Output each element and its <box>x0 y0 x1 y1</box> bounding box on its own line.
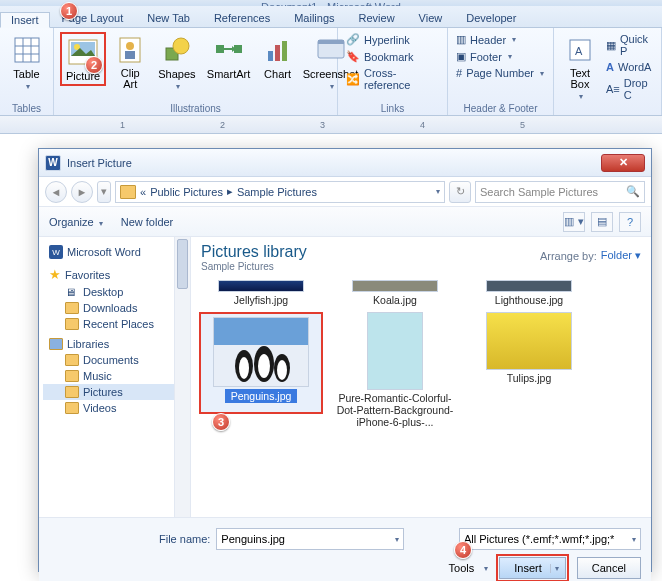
file-tulips[interactable]: Tulips.jpg <box>467 312 591 428</box>
footer-button[interactable]: ▣Footer▾ <box>454 49 514 64</box>
search-input[interactable]: Search Sample Pictures 🔍 <box>475 181 645 203</box>
folder-icon <box>65 318 79 330</box>
tools-menu[interactable]: Tools <box>449 562 475 574</box>
insert-button[interactable]: Insert▾ <box>499 557 566 579</box>
history-dropdown[interactable]: ▾ <box>97 181 111 203</box>
nav-msword[interactable]: WMicrosoft Word <box>43 243 186 261</box>
svg-text:A: A <box>575 45 583 57</box>
breadcrumb[interactable]: Public Pictures <box>150 186 223 198</box>
insert-picture-dialog: W Insert Picture ✕ ◄ ► ▾ « Public Pictur… <box>38 148 652 572</box>
forward-button[interactable]: ► <box>71 181 93 203</box>
word-icon: W <box>45 155 61 171</box>
nav-pane: WMicrosoft Word ★Favorites 🖥Desktop Down… <box>39 237 191 517</box>
clipart-button[interactable]: Clip Art <box>110 32 150 92</box>
folder-icon <box>65 370 79 382</box>
chevron-down-icon: ▾ <box>26 82 30 91</box>
pagenumber-button[interactable]: #Page Number▾ <box>454 66 546 80</box>
smartart-button[interactable]: SmartArt <box>204 32 254 82</box>
tab-references[interactable]: References <box>202 9 282 27</box>
filename-input[interactable]: Penguins.jpg▾ <box>216 528 404 550</box>
cancel-button[interactable]: Cancel <box>577 557 641 579</box>
dialog-bottom: File name: Penguins.jpg▾ All Pictures (*… <box>39 517 651 581</box>
file-lighthouse[interactable]: Lighthouse.jpg <box>467 280 591 306</box>
svg-rect-13 <box>216 45 224 53</box>
breadcrumb[interactable]: Sample Pictures <box>237 186 317 198</box>
bookmark-icon: 🔖 <box>346 50 360 63</box>
dialog-nav-row: ◄ ► ▾ « Public Pictures ▸ Sample Picture… <box>39 177 651 207</box>
close-button[interactable]: ✕ <box>601 154 645 172</box>
textbox-button[interactable]: A Text Box▾ <box>560 32 600 103</box>
preview-pane-button[interactable]: ▤ <box>591 212 613 232</box>
nav-documents[interactable]: Documents <box>43 352 186 368</box>
callout-3: 3 <box>212 413 230 431</box>
dropcap-button[interactable]: A≡Drop C <box>604 76 655 102</box>
filetype-dropdown[interactable]: All Pictures (*.emf;*.wmf;*.jpg;*▾ <box>459 528 641 550</box>
svg-rect-16 <box>268 51 273 61</box>
shapes-button[interactable]: Shapes▾ <box>154 32 199 93</box>
filename-label: File name: <box>159 533 210 545</box>
nav-downloads[interactable]: Downloads <box>43 300 186 316</box>
view-mode-button[interactable]: ▥ ▾ <box>563 212 585 232</box>
nav-desktop[interactable]: 🖥Desktop <box>43 284 186 300</box>
nav-recent[interactable]: Recent Places <box>43 316 186 332</box>
wordart-icon: A <box>606 61 614 73</box>
organize-menu[interactable]: Organize ▾ <box>49 216 103 228</box>
nav-music[interactable]: Music <box>43 368 186 384</box>
table-button[interactable]: Table▾ <box>6 32 47 93</box>
hyperlink-button[interactable]: 🔗Hyperlink <box>344 32 412 47</box>
file-pure-romantic[interactable]: Pure-Romantic-Colorful-Dot-Pattern-Backg… <box>333 312 457 428</box>
svg-rect-10 <box>125 51 135 59</box>
hyperlink-icon: 🔗 <box>346 33 360 46</box>
library-title: Pictures library <box>201 243 307 261</box>
address-bar[interactable]: « Public Pictures ▸ Sample Pictures ▾ <box>115 181 445 203</box>
star-icon: ★ <box>49 267 61 282</box>
crossref-button[interactable]: 🔀Cross-reference <box>344 66 441 92</box>
chart-icon <box>262 34 294 66</box>
navpane-scrollbar[interactable] <box>174 237 190 517</box>
tab-insert[interactable]: Insert <box>0 12 50 28</box>
nav-libraries[interactable]: Libraries <box>43 336 186 352</box>
arrange-by-dropdown[interactable]: Folder ▾ <box>601 249 641 262</box>
svg-point-26 <box>258 354 270 378</box>
folder-icon <box>65 302 79 314</box>
nav-pictures[interactable]: Pictures <box>43 384 186 400</box>
tab-mailings[interactable]: Mailings <box>282 9 346 27</box>
tab-view[interactable]: View <box>407 9 455 27</box>
svg-point-24 <box>239 357 249 379</box>
dialog-title: Insert Picture <box>67 157 132 169</box>
dialog-titlebar[interactable]: W Insert Picture ✕ <box>39 149 651 177</box>
smartart-icon <box>213 34 245 66</box>
tab-review[interactable]: Review <box>347 9 407 27</box>
file-penguins[interactable]: Penguins.jpg <box>199 312 323 414</box>
svg-rect-17 <box>275 45 280 61</box>
quickparts-button[interactable]: ▦Quick P <box>604 32 655 58</box>
header-icon: ▥ <box>456 33 466 46</box>
footer-icon: ▣ <box>456 50 466 63</box>
file-jellyfish[interactable]: Jellyfish.jpg <box>199 280 323 306</box>
ribbon-tabs: Insert Page Layout New Tab References Ma… <box>0 6 662 28</box>
header-button[interactable]: ▥Header▾ <box>454 32 518 47</box>
textbox-icon: A <box>564 34 596 66</box>
pagenumber-icon: # <box>456 67 462 79</box>
refresh-button[interactable]: ↻ <box>449 181 471 203</box>
nav-favorites[interactable]: ★Favorites <box>43 265 186 284</box>
bookmark-button[interactable]: 🔖Bookmark <box>344 49 416 64</box>
file-koala[interactable]: Koala.jpg <box>333 280 457 306</box>
app-title: Document1 - Microsoft Word <box>261 1 401 6</box>
group-headerfooter: ▥Header▾ ▣Footer▾ #Page Number▾ Header &… <box>448 28 554 115</box>
quickparts-icon: ▦ <box>606 39 616 52</box>
tab-developer[interactable]: Developer <box>454 9 528 27</box>
group-label-tables: Tables <box>0 103 53 114</box>
new-folder-button[interactable]: New folder <box>121 216 174 228</box>
chart-button[interactable]: Chart <box>258 32 298 82</box>
table-label: Table <box>13 68 39 80</box>
nav-videos[interactable]: Videos <box>43 400 186 416</box>
horizontal-ruler[interactable]: 1 2 3 4 5 <box>0 116 662 134</box>
back-button[interactable]: ◄ <box>45 181 67 203</box>
tab-new-tab[interactable]: New Tab <box>135 9 202 27</box>
chevron-down-icon: ▾ <box>330 82 334 91</box>
libraries-icon <box>49 338 63 350</box>
shapes-label: Shapes <box>158 68 195 80</box>
wordart-button[interactable]: AWordA <box>604 60 655 74</box>
help-button[interactable]: ? <box>619 212 641 232</box>
